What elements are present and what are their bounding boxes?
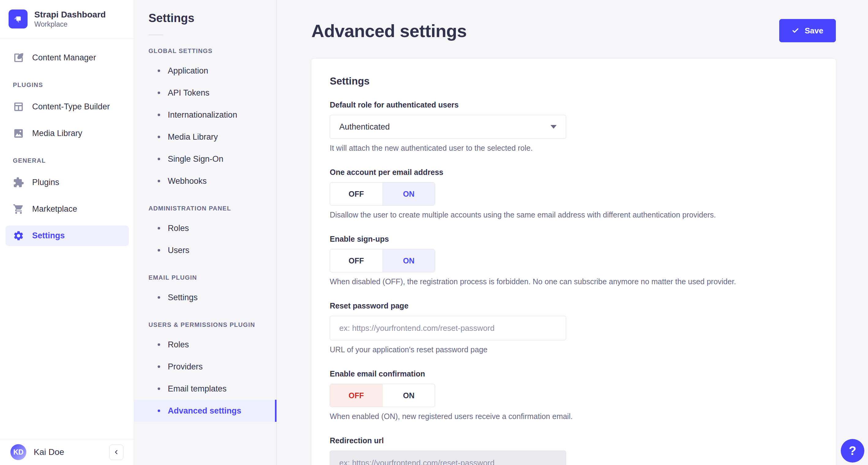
subnav-item-list: ApplicationAPI TokensInternationalizatio… — [134, 60, 277, 192]
sidebar-item-media-library[interactable]: Media Library — [5, 123, 129, 144]
field-one-account-per-email: One account per email addressOFFONDisall… — [330, 168, 817, 219]
subnav-item-list: Settings — [134, 286, 277, 309]
enable-email-confirmation-hint: When enabled (ON), new registered users … — [330, 412, 817, 421]
save-button-label: Save — [805, 26, 823, 35]
brand-text: Strapi Dashboard Workplace — [34, 9, 105, 29]
chevron-left-icon — [113, 449, 120, 456]
enable-email-confirmation-off-button[interactable]: OFF — [330, 384, 382, 407]
enable-sign-ups-label: Enable sign-ups — [330, 235, 817, 243]
sidebar-item-label: Content-Type Builder — [32, 102, 110, 112]
bullet-icon — [158, 410, 160, 412]
bullet-icon — [158, 92, 160, 94]
subnav-item-users[interactable]: Users — [134, 239, 277, 261]
subnav-title: Settings — [149, 12, 277, 25]
bullet-icon — [158, 249, 160, 252]
one-account-per-email-on-button[interactable]: ON — [382, 182, 435, 205]
field-enable-sign-ups: Enable sign-upsOFFONWhen disabled (OFF),… — [330, 235, 817, 286]
redirection-url-label: Redirection url — [330, 436, 817, 445]
subnav-item-label: Single Sign-On — [168, 154, 223, 164]
sidebar-section-title-plugins: PLUGINS — [13, 82, 134, 89]
subnav-item-webhooks[interactable]: Webhooks — [134, 170, 277, 192]
save-button[interactable]: Save — [779, 19, 836, 42]
subnav-item-list: RolesProvidersEmail templatesAdvanced se… — [134, 333, 277, 422]
collapse-sidebar-button[interactable] — [109, 444, 123, 460]
strapi-logo-icon — [8, 9, 28, 28]
subnav-item-application[interactable]: Application — [134, 60, 277, 82]
enable-sign-ups-hint: When disabled (OFF), the registration pr… — [330, 277, 817, 286]
reset-password-page-label: Reset password page — [330, 301, 817, 310]
form-fields: Default role for authenticated usersAuth… — [330, 100, 817, 465]
enable-sign-ups-off-button[interactable]: OFF — [330, 249, 382, 272]
content-type-builder-icon — [13, 101, 24, 112]
subnav-section-title: USERS & PERMISSIONS PLUGIN — [149, 321, 277, 328]
subnav-item-email-templates[interactable]: Email templates — [134, 378, 277, 400]
one-account-per-email-label: One account per email address — [330, 168, 817, 177]
avatar: KD — [10, 444, 26, 460]
subnav-item-roles[interactable]: Roles — [134, 217, 277, 239]
sidebar-item-label: Settings — [32, 231, 65, 240]
subnav-item-providers[interactable]: Providers — [134, 356, 277, 378]
subnav-item-settings[interactable]: Settings — [134, 286, 277, 309]
sidebar-item-settings[interactable]: Settings — [5, 226, 129, 246]
subnav-item-label: Settings — [168, 293, 198, 302]
one-account-per-email-off-button[interactable]: OFF — [330, 182, 382, 205]
sidebar-item-content-type-builder[interactable]: Content-Type Builder — [5, 96, 129, 117]
sidebar-section-title-general: GENERAL — [13, 157, 134, 164]
workspace-name: Workplace — [34, 20, 105, 29]
brand: Strapi Dashboard Workplace — [0, 0, 134, 39]
content-manager-icon — [13, 52, 24, 63]
subnav-item-label: Internationalization — [168, 110, 237, 120]
subnav-item-internationalization[interactable]: Internationalization — [134, 104, 277, 126]
settings-card: Settings Default role for authenticated … — [311, 59, 836, 465]
subnav-section-users-permissions-plugin: USERS & PERMISSIONS PLUGINRolesProviders… — [134, 321, 277, 422]
bullet-icon — [158, 343, 160, 346]
main-header: Advanced settings Save — [277, 0, 868, 42]
subnav-section-administration-panel: ADMINISTRATION PANELRolesUsers — [134, 205, 277, 261]
subnav-section-title: EMAIL PLUGIN — [149, 274, 277, 281]
bullet-icon — [158, 366, 160, 368]
reset-password-page-hint: URL of your application's reset password… — [330, 345, 817, 354]
default-role-hint: It will attach the new authenticated use… — [330, 144, 817, 152]
subnav-sections: GLOBAL SETTINGSApplicationAPI TokensInte… — [134, 48, 277, 422]
sidebar-item-label: Content Manager — [32, 53, 96, 62]
subnav-item-api-tokens[interactable]: API Tokens — [134, 82, 277, 104]
sidebar-item-plugins[interactable]: Plugins — [5, 172, 129, 193]
help-button[interactable]: ? — [841, 439, 864, 463]
field-default-role: Default role for authenticated usersAuth… — [330, 100, 817, 152]
media-library-icon — [13, 128, 24, 139]
subnav-item-label: Roles — [168, 224, 189, 233]
user-row: KD Kai Doe — [0, 439, 134, 465]
sidebar-item-content-manager[interactable]: Content Manager — [5, 48, 129, 68]
bullet-icon — [158, 114, 160, 116]
bullet-icon — [158, 227, 160, 229]
subnav-item-label: Email templates — [168, 384, 226, 394]
default-role-selected-value: Authenticated — [339, 122, 390, 132]
bullet-icon — [158, 296, 160, 299]
subnav-item-advanced-settings[interactable]: Advanced settings — [134, 400, 277, 422]
subnav-section-title: GLOBAL SETTINGS — [149, 48, 277, 55]
subnav-item-label: Application — [168, 66, 208, 76]
default-role-label: Default role for authenticated users — [330, 100, 817, 109]
enable-sign-ups-on-button[interactable]: ON — [382, 249, 435, 272]
sidebar-item-marketplace[interactable]: Marketplace — [5, 199, 129, 219]
bullet-icon — [158, 158, 160, 160]
enable-sign-ups-toggle: OFFON — [330, 249, 435, 272]
subnav-item-label: Webhooks — [168, 176, 207, 186]
bullet-icon — [158, 69, 160, 72]
page-title: Advanced settings — [311, 21, 467, 41]
reset-password-page-input[interactable] — [330, 316, 566, 340]
enable-email-confirmation-toggle: OFFON — [330, 384, 435, 407]
one-account-per-email-hint: Disallow the user to create multiple acc… — [330, 210, 817, 219]
subnav-item-label: Users — [168, 246, 189, 255]
redirection-url-input — [330, 451, 566, 465]
subnav-item-media-library[interactable]: Media Library — [134, 126, 277, 148]
subnav-item-single-sign-on[interactable]: Single Sign-On — [134, 148, 277, 170]
one-account-per-email-toggle: OFFON — [330, 182, 435, 206]
settings-card-title: Settings — [330, 75, 817, 87]
subnav-item-label: Providers — [168, 362, 203, 372]
user-name: Kai Doe — [34, 447, 102, 457]
enable-email-confirmation-on-button[interactable]: ON — [382, 384, 435, 407]
sidebar: Strapi Dashboard Workplace Content Manag… — [0, 0, 134, 465]
default-role-select[interactable]: Authenticated — [330, 115, 566, 139]
subnav-item-roles[interactable]: Roles — [134, 333, 277, 356]
